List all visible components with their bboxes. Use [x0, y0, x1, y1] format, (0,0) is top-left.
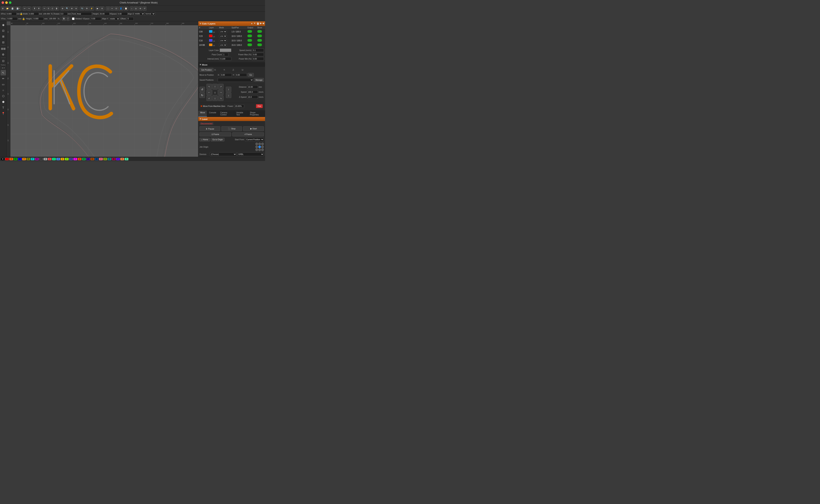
distance-input[interactable] [247, 85, 258, 89]
jog-dr-button[interactable]: ↘ [218, 95, 224, 101]
laser-close-icon[interactable]: ✕ [199, 118, 201, 120]
palette-swatch[interactable]: 10 [43, 158, 47, 160]
canvas-area[interactable]: 80 90 100 110 120 130 140 150 16 [7, 21, 198, 157]
palette-swatch[interactable]: 09 [39, 158, 43, 160]
origin-dot-bl[interactable] [255, 148, 258, 151]
width-pct-input[interactable] [42, 12, 51, 16]
cut-button[interactable]: ✂ [42, 6, 46, 11]
jog-down-button[interactable]: ↓ [212, 95, 218, 101]
pen-tool[interactable]: ✏ [1, 76, 6, 81]
zoom-in-button[interactable]: ⊕ [70, 6, 74, 11]
paste-button[interactable]: ⎙ [51, 6, 54, 11]
cut-mode[interactable]: Line [218, 29, 231, 34]
font-input[interactable] [76, 12, 92, 16]
palette-swatch[interactable]: 20 [86, 158, 90, 160]
cut-show[interactable] [257, 43, 265, 47]
manage-button[interactable]: Manage [254, 78, 264, 82]
hspace-input[interactable] [117, 12, 128, 16]
redo-button[interactable]: ↪ [27, 6, 31, 11]
show-toggle[interactable] [257, 35, 262, 37]
palette-swatch[interactable]: 17 [73, 158, 77, 160]
tab-shape-properties[interactable]: Shape Properties [248, 111, 265, 117]
move-close-icon[interactable]: ✕ [199, 63, 201, 66]
cut-show[interactable] [257, 38, 265, 43]
table-row[interactable]: C16 16 Line 10.0 / 100.0 [198, 38, 265, 43]
palette-swatch[interactable]: 05 [22, 158, 26, 160]
palette-swatch[interactable]: 26 [112, 158, 116, 160]
palette-swatch[interactable]: 13 [56, 158, 60, 160]
z-down-button[interactable]: ↓ [226, 93, 231, 98]
go-button[interactable]: Go [248, 73, 254, 77]
cut-output[interactable] [247, 43, 257, 47]
palette-swatch[interactable]: 11 [48, 158, 52, 160]
tab-variable-text[interactable]: Variable Text [234, 111, 248, 117]
pause-run-button[interactable]: ⏸ [100, 6, 104, 11]
settings-button[interactable]: ⚙ [85, 6, 89, 11]
cuts-close-icon[interactable]: ✕ [199, 23, 201, 25]
output-toggle[interactable] [247, 43, 252, 46]
vspace-input[interactable] [91, 17, 101, 21]
jog-left-button[interactable]: ← [206, 90, 212, 95]
copy-button[interactable]: ⎘ [47, 6, 50, 11]
go-to-origin-button[interactable]: Go to Origin [211, 138, 225, 141]
camera-button[interactable]: 📷 [80, 6, 84, 11]
ypos-input[interactable] [7, 17, 17, 21]
tab-camera[interactable]: Camera Control [218, 111, 234, 117]
cut-output[interactable] [247, 29, 257, 34]
speed-input[interactable] [252, 48, 264, 52]
import-button[interactable]: ⬆ [33, 6, 36, 11]
run-button[interactable]: ▶ [96, 6, 100, 11]
tab-move[interactable]: Move [198, 111, 207, 117]
undo-button[interactable]: ↩ [23, 6, 27, 11]
layer-color-picker[interactable] [220, 48, 231, 52]
palette-swatch[interactable]: 18 [78, 158, 81, 160]
power-input[interactable] [234, 104, 244, 108]
height-input[interactable] [33, 17, 43, 21]
jog-ul-button[interactable]: ↖ [206, 84, 212, 89]
new-button[interactable]: ⊞ [1, 6, 5, 11]
select-tool[interactable]: ⊡ [1, 28, 6, 33]
grid-tool[interactable]: ⊞⊞ [1, 46, 6, 51]
save-button[interactable]: 💾 [10, 6, 15, 11]
get-position-button[interactable]: Get Position [199, 68, 213, 72]
tab-console[interactable]: Console [207, 111, 218, 117]
trace-btn[interactable]: ⊛ [138, 6, 142, 11]
cut-layer[interactable]: 23 [208, 34, 218, 38]
palette-swatch[interactable]: 14 [61, 158, 64, 160]
zoom-fit-button[interactable]: 🔍 [65, 6, 69, 11]
move-x-input[interactable] [220, 73, 232, 77]
output-toggle[interactable] [247, 35, 252, 37]
cursor-tool[interactable]: ↖ [1, 70, 6, 75]
cut-output[interactable] [247, 34, 257, 38]
crop-tool[interactable]: ⊟ [1, 40, 6, 45]
cut-mode[interactable]: Line [218, 34, 231, 38]
rotate-cw-button[interactable]: ↻ [199, 93, 205, 98]
cut-output[interactable] [247, 38, 257, 43]
palette-swatch[interactable]: 27 [116, 158, 120, 160]
cut-show[interactable] [257, 29, 265, 34]
cut-mode[interactable]: Line [218, 43, 231, 47]
devices-select[interactable]: (Choose) [210, 152, 237, 156]
bold-button[interactable]: B [62, 17, 66, 21]
stop-button[interactable]: ⬛ Stop [221, 126, 242, 131]
node-edit-button[interactable]: ⊕ [61, 6, 64, 11]
show-toggle[interactable] [257, 39, 262, 42]
circle-tool[interactable]: ⬡ [1, 93, 6, 99]
zoom-out-button[interactable]: ⊖ [74, 6, 78, 11]
fire-button[interactable]: Fire [256, 104, 263, 108]
bezier-tool[interactable]: ⊡ [1, 58, 6, 64]
expand-right-icon[interactable]: ▶ [260, 22, 262, 25]
palette-swatch[interactable]: 23 [99, 158, 103, 160]
grbl-select[interactable]: GRBL [237, 152, 264, 156]
welded-checkbox[interactable] [72, 17, 75, 20]
pass-count-input[interactable] [223, 53, 228, 56]
node-tool[interactable]: ⊞ [1, 34, 6, 39]
jog-dl-button[interactable]: ↙ [206, 95, 212, 101]
zspeed-input[interactable] [247, 95, 258, 99]
jog-up-button[interactable]: ↑ [212, 84, 218, 89]
pointer-tool[interactable]: ◉ [1, 22, 6, 28]
offset-input[interactable] [127, 17, 134, 21]
move-y-input[interactable] [235, 73, 247, 77]
power-max-input[interactable] [252, 53, 264, 56]
xpos-input[interactable] [6, 12, 17, 16]
